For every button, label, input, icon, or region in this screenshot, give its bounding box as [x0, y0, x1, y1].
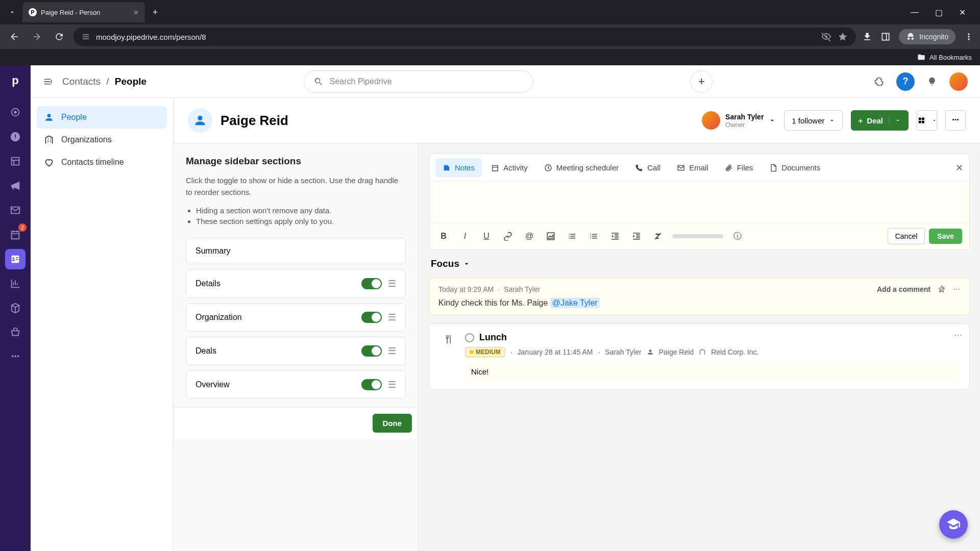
- save-button[interactable]: Save: [929, 229, 962, 244]
- person-name: Paige Reid: [220, 113, 288, 129]
- deal-dropdown[interactable]: [889, 117, 901, 123]
- search-input[interactable]: Search Pipedrive: [304, 70, 533, 93]
- site-settings-icon[interactable]: [82, 33, 90, 41]
- cancel-button[interactable]: Cancel: [888, 228, 925, 244]
- pipedrive-logo[interactable]: p: [6, 71, 24, 90]
- bullet-list-button[interactable]: [565, 229, 579, 243]
- pin-icon[interactable]: [938, 285, 946, 293]
- numbered-list-button[interactable]: [586, 229, 601, 243]
- activity-complete-checkbox[interactable]: [465, 333, 474, 342]
- minimize-button[interactable]: —: [906, 6, 923, 19]
- rail-mail-icon[interactable]: [5, 200, 26, 220]
- maximize-button[interactable]: ▢: [931, 6, 947, 19]
- close-composer-button[interactable]: ✕: [955, 162, 963, 173]
- rail-campaigns-icon[interactable]: [5, 176, 26, 196]
- person-avatar[interactable]: [188, 108, 212, 133]
- browser-tab[interactable]: P Paige Reid - Person ✕: [22, 2, 145, 22]
- more-actions-button[interactable]: [945, 110, 966, 131]
- activity-title[interactable]: Lunch: [479, 332, 507, 343]
- rail-insights-icon[interactable]: [5, 273, 26, 294]
- sidebar-item-timeline[interactable]: Contacts timeline: [37, 151, 167, 173]
- eye-off-icon[interactable]: [821, 32, 831, 42]
- reload-button[interactable]: [51, 29, 67, 45]
- rail-more-icon[interactable]: [5, 347, 26, 367]
- incognito-badge[interactable]: Incognito: [899, 29, 955, 44]
- drag-handle-icon[interactable]: ☰: [388, 379, 396, 390]
- sidebar-item-people[interactable]: People: [37, 106, 167, 129]
- all-bookmarks-link[interactable]: All Bookmarks: [929, 54, 972, 61]
- toggle-switch[interactable]: [361, 379, 382, 390]
- tab-meeting[interactable]: Meeting scheduler: [537, 158, 626, 177]
- activity-more-button[interactable]: ⋯: [954, 330, 962, 340]
- close-tab-button[interactable]: ✕: [133, 9, 139, 16]
- forward-button[interactable]: [29, 29, 45, 45]
- close-window-button[interactable]: ✕: [955, 6, 970, 19]
- side-panel-icon[interactable]: [880, 32, 891, 42]
- followers-button[interactable]: 1 follower: [784, 110, 842, 131]
- clear-format-button[interactable]: [651, 229, 665, 243]
- academy-fab[interactable]: [939, 510, 968, 539]
- add-deal-button[interactable]: + Deal: [851, 110, 909, 131]
- rail-products-icon[interactable]: [5, 298, 26, 318]
- tab-files[interactable]: Files: [718, 158, 761, 177]
- user-avatar[interactable]: [949, 72, 968, 91]
- rail-projects-icon[interactable]: [5, 151, 26, 171]
- image-button[interactable]: [544, 229, 558, 243]
- color-slider[interactable]: [672, 234, 723, 238]
- rail-leads-icon[interactable]: [5, 102, 26, 122]
- section-details[interactable]: Details ☰: [186, 269, 406, 298]
- downloads-icon[interactable]: [862, 32, 872, 42]
- sidebar-toggle-icon[interactable]: [43, 76, 54, 87]
- layout-button[interactable]: [917, 110, 937, 131]
- note-textarea[interactable]: [429, 182, 969, 222]
- tab-call[interactable]: Call: [628, 158, 668, 177]
- address-bar[interactable]: moodjoy.pipedrive.com/person/8: [74, 28, 856, 46]
- focus-dropdown[interactable]: Focus: [431, 258, 970, 269]
- menu-icon[interactable]: [964, 32, 974, 42]
- help-button[interactable]: ?: [896, 72, 915, 91]
- outdent-button[interactable]: [608, 229, 622, 243]
- extensions-icon[interactable]: [870, 72, 888, 91]
- rail-deals-icon[interactable]: [5, 127, 26, 147]
- activity-person[interactable]: Paige Reid: [659, 348, 694, 356]
- toggle-switch[interactable]: [361, 278, 382, 289]
- link-button[interactable]: [501, 229, 515, 243]
- mention[interactable]: @Jake Tyler: [550, 297, 600, 308]
- bold-button[interactable]: B: [436, 229, 451, 243]
- info-icon[interactable]: ⓘ: [730, 229, 745, 243]
- tab-documents[interactable]: Documents: [762, 158, 827, 177]
- rail-contacts-icon[interactable]: [5, 249, 26, 269]
- section-overview[interactable]: Overview ☰: [186, 370, 406, 399]
- section-label: Overview: [195, 380, 361, 389]
- tab-email[interactable]: Email: [670, 158, 716, 177]
- section-organization[interactable]: Organization ☰: [186, 303, 406, 332]
- new-tab-button[interactable]: +: [147, 4, 163, 20]
- add-comment-button[interactable]: Add a comment: [877, 285, 930, 293]
- tab-search-button[interactable]: [4, 4, 20, 20]
- bookmark-star-icon[interactable]: [838, 32, 848, 42]
- mention-button[interactable]: @: [522, 229, 536, 243]
- note-toolbar: B I U @: [429, 222, 969, 249]
- owner-block[interactable]: Sarah Tyler Owner: [702, 111, 776, 130]
- more-icon[interactable]: ⋯: [953, 285, 960, 293]
- back-button[interactable]: [6, 29, 22, 45]
- underline-button[interactable]: U: [479, 229, 494, 243]
- rail-marketplace-icon[interactable]: [5, 322, 26, 343]
- rail-activities-icon[interactable]: 2: [5, 224, 26, 245]
- toggle-switch[interactable]: [361, 345, 382, 357]
- tab-notes[interactable]: Notes: [435, 158, 482, 177]
- sidebar-item-organizations[interactable]: Organizations: [37, 129, 167, 151]
- italic-button[interactable]: I: [458, 229, 472, 243]
- indent-button[interactable]: [629, 229, 644, 243]
- drag-handle-icon[interactable]: ☰: [388, 312, 396, 323]
- drag-handle-icon[interactable]: ☰: [388, 278, 396, 289]
- quick-add-button[interactable]: +: [690, 70, 713, 93]
- drag-handle-icon[interactable]: ☰: [388, 345, 396, 357]
- done-button[interactable]: Done: [373, 414, 412, 433]
- tips-icon[interactable]: [923, 72, 941, 91]
- section-deals[interactable]: Deals ☰: [186, 337, 406, 365]
- activity-org[interactable]: Reid Corp. Inc.: [711, 348, 758, 356]
- toggle-switch[interactable]: [361, 312, 382, 323]
- tab-activity[interactable]: Activity: [484, 158, 535, 177]
- breadcrumb-root[interactable]: Contacts: [62, 76, 101, 87]
